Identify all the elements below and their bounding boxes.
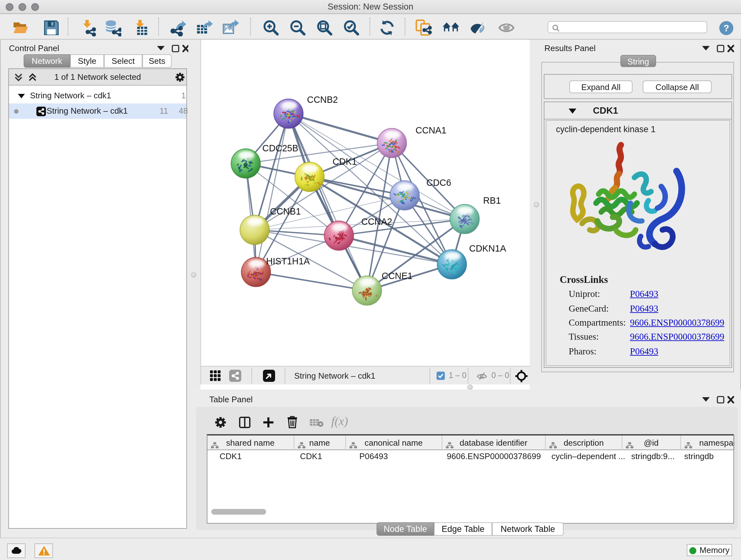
svg-text:CCNA2: CCNA2 <box>361 216 392 227</box>
svg-text:CDC25B: CDC25B <box>262 143 298 153</box>
svg-text:CCNA1: CCNA1 <box>415 125 447 135</box>
svg-text:HIST1H1A: HIST1H1A <box>266 256 310 266</box>
svg-text:CCNB2: CCNB2 <box>307 95 338 105</box>
svg-text:CCNB1: CCNB1 <box>270 206 301 216</box>
svg-text:CCNE1: CCNE1 <box>382 271 413 281</box>
svg-text:RB1: RB1 <box>483 195 501 206</box>
svg-text:CDK1: CDK1 <box>333 157 357 167</box>
svg-text:CDC6: CDC6 <box>426 178 451 188</box>
svg-text:CDKN1A: CDKN1A <box>469 243 507 253</box>
